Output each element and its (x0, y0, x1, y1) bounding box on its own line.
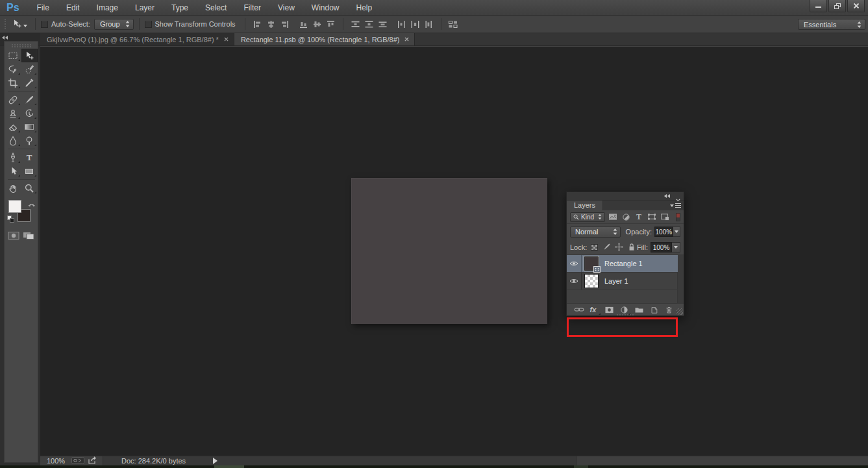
restore-button[interactable] (828, 0, 846, 12)
layers-tab[interactable]: Layers (567, 201, 603, 210)
layer-thumbnail[interactable] (584, 256, 599, 271)
layer-row-rectangle-1[interactable]: Rectangle 1 (567, 255, 678, 273)
filter-shape-layers-icon[interactable] (647, 212, 657, 221)
distribute-top-edges-icon[interactable] (350, 19, 361, 29)
adjustment-layer-icon[interactable] (618, 305, 630, 315)
filter-smart-objects-icon[interactable] (660, 212, 670, 221)
tools-panel-grip[interactable] (12, 44, 31, 47)
align-horizontal-centers-icon[interactable] (312, 19, 323, 29)
tool-path-selection[interactable] (5, 164, 21, 178)
align-bottom-edges-icon[interactable] (279, 19, 290, 29)
new-group-icon[interactable] (633, 305, 645, 315)
layer-name[interactable]: Layer 1 (604, 277, 628, 285)
align-right-edges-icon[interactable] (325, 19, 336, 29)
document-tab-2-close[interactable] (404, 37, 409, 42)
fill-dropdown-button[interactable] (672, 242, 680, 252)
collapse-panels-icon[interactable] (2, 36, 8, 40)
menu-view[interactable]: View (269, 0, 303, 16)
collapse-to-icons-icon[interactable] (664, 194, 671, 198)
tool-brush[interactable] (21, 93, 38, 106)
tool-crop[interactable] (5, 76, 21, 90)
visibility-toggle[interactable] (567, 273, 582, 289)
align-left-edges-icon[interactable] (298, 19, 309, 29)
tool-quick-selection[interactable] (21, 62, 38, 76)
zoom-level-field[interactable]: 100% (47, 457, 68, 465)
workspace-dropdown[interactable]: Essentials (798, 19, 865, 30)
tool-healing-brush[interactable] (5, 93, 21, 106)
document-tab-1-close[interactable] (224, 37, 229, 42)
minimize-button[interactable] (810, 0, 827, 12)
close-button[interactable] (847, 0, 865, 12)
tool-eraser[interactable] (5, 120, 21, 134)
delete-layer-icon[interactable] (663, 305, 675, 315)
menu-edit[interactable]: Edit (58, 0, 88, 16)
document-tab-1[interactable]: GkjIvwPvoQ (1).jpg @ 66.7% (Rectangle 1,… (40, 33, 234, 45)
panel-resize-grip[interactable] (676, 308, 683, 315)
show-transform-checkbox[interactable] (145, 21, 152, 28)
default-colors-icon[interactable] (7, 216, 14, 223)
auto-select-checkbox[interactable] (41, 21, 48, 28)
layer-row-layer-1[interactable]: Layer 1 (567, 273, 678, 290)
lock-transparency-icon[interactable] (589, 243, 599, 252)
tool-blur[interactable] (5, 134, 21, 147)
tool-clone-stamp[interactable] (5, 106, 21, 120)
document-size-info[interactable]: Doc: 284.2K/0 bytes (121, 457, 186, 465)
opacity-value[interactable]: 100% (654, 227, 673, 237)
tool-rectangular-marquee[interactable] (5, 49, 21, 62)
menu-filter[interactable]: Filter (235, 0, 269, 16)
distribute-right-edges-icon[interactable] (423, 19, 434, 29)
quick-mask-mode-button[interactable] (8, 231, 19, 243)
menu-help[interactable]: Help (348, 0, 381, 16)
tool-history-brush[interactable] (21, 106, 38, 120)
document-tab-2[interactable]: Rectangle 11.psb @ 100% (Rectangle 1, RG… (234, 33, 415, 45)
status-options-arrow-icon[interactable] (213, 458, 217, 464)
lock-all-icon[interactable] (626, 243, 636, 252)
panel-width-grip[interactable] (617, 314, 634, 316)
tool-gradient[interactable] (21, 120, 38, 134)
add-layer-mask-icon[interactable] (603, 305, 615, 315)
screen-mode-button[interactable] (23, 231, 34, 243)
tool-hand[interactable] (5, 181, 21, 195)
menu-file[interactable]: File (29, 0, 58, 16)
layer-style-icon[interactable]: fx (588, 305, 600, 315)
filter-pixel-layers-icon[interactable] (608, 212, 618, 221)
link-layers-icon[interactable] (573, 305, 585, 315)
tool-rectangle-shape[interactable] (21, 164, 38, 178)
distribute-horizontal-centers-icon[interactable] (410, 19, 421, 29)
menu-type[interactable]: Type (163, 0, 197, 16)
panel-menu-button[interactable] (670, 203, 681, 208)
tool-lasso[interactable] (5, 62, 21, 76)
align-vertical-centers-icon[interactable] (266, 19, 277, 29)
foreground-color-swatch[interactable] (8, 200, 21, 213)
lock-position-icon[interactable] (614, 243, 624, 252)
tool-dodge[interactable] (21, 134, 38, 147)
tool-eyedropper[interactable] (21, 76, 38, 90)
distribute-vertical-centers-icon[interactable] (364, 19, 375, 29)
tool-preset-caret[interactable] (23, 25, 27, 27)
filtering-toggle[interactable] (676, 213, 680, 221)
tool-pen[interactable] (5, 151, 21, 164)
menu-image[interactable]: Image (88, 0, 127, 16)
lock-image-icon[interactable] (602, 243, 612, 252)
group-dropdown[interactable]: Group (94, 19, 134, 30)
tool-move[interactable] (21, 49, 38, 62)
menu-window[interactable]: Window (303, 0, 348, 16)
menu-layer[interactable]: Layer (127, 0, 163, 16)
layers-panel-titlebar[interactable] (567, 192, 684, 201)
layers-scrollbar[interactable] (677, 255, 684, 303)
auto-align-layers-icon[interactable] (448, 19, 459, 29)
filter-kind-dropdown[interactable]: Kind (570, 212, 605, 222)
tool-type[interactable]: T (21, 151, 38, 164)
opacity-dropdown-button[interactable] (673, 227, 680, 237)
visibility-toggle[interactable] (567, 255, 582, 272)
align-top-edges-icon[interactable] (252, 19, 263, 29)
menu-select[interactable]: Select (197, 0, 235, 16)
layer-thumbnail[interactable] (584, 274, 599, 288)
document-canvas[interactable] (351, 178, 547, 324)
distribute-bottom-edges-icon[interactable] (377, 19, 388, 29)
new-layer-icon[interactable] (648, 305, 660, 315)
filter-adjustment-layers-icon[interactable] (621, 212, 631, 221)
filter-type-layers-icon[interactable]: T (634, 212, 644, 221)
tool-zoom[interactable] (21, 181, 38, 195)
blend-mode-dropdown[interactable]: Normal (570, 227, 621, 238)
